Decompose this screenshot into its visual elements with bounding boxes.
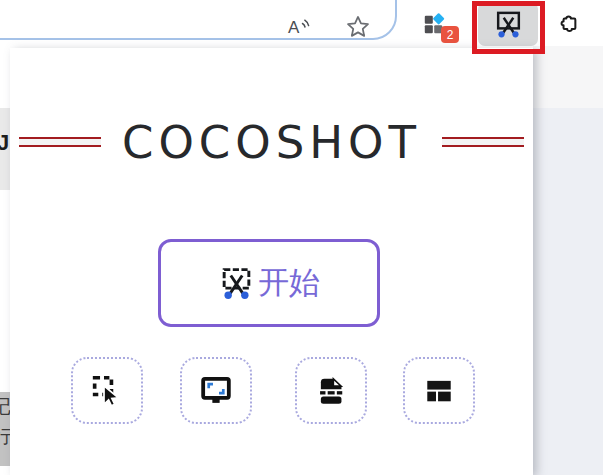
- scrolling-capture-icon: [312, 372, 350, 410]
- clipped-text: 行: [0, 424, 10, 450]
- region-select-cursor-icon: [88, 372, 126, 410]
- region-capture-button[interactable]: [71, 357, 143, 424]
- scrolling-capture-button[interactable]: [295, 357, 367, 424]
- scissors-capture-icon: [493, 9, 524, 40]
- cocoshot-extension-button[interactable]: [478, 2, 538, 46]
- clipped-text: 记: [0, 394, 10, 420]
- clipped-text: JE: [0, 130, 10, 156]
- screen: JE 记 行 A 2: [0, 0, 603, 475]
- visible-screen-capture-button[interactable]: [180, 357, 252, 424]
- background-page-fragment: 记 行: [0, 392, 10, 466]
- puzzle-icon[interactable]: [556, 10, 583, 37]
- favorites-star-icon[interactable]: [344, 13, 372, 41]
- scissors-capture-icon: [218, 265, 255, 302]
- title-decoration-line: [442, 137, 524, 147]
- extensions-badge: 2: [441, 26, 459, 43]
- start-button-label: 开始: [258, 262, 320, 304]
- svg-text:A: A: [288, 18, 300, 37]
- background-page-fragment: JE: [0, 108, 10, 190]
- address-bar[interactable]: [0, 0, 397, 40]
- monitor-capture-icon: [197, 372, 235, 410]
- read-aloud-icon[interactable]: A: [285, 13, 313, 41]
- browser-content-area: [533, 108, 603, 475]
- layout-capture-icon: [420, 372, 458, 410]
- title-decoration-line: [19, 137, 101, 147]
- popup-header: COCOSHOT: [10, 112, 533, 172]
- layout-capture-button[interactable]: [403, 357, 475, 424]
- popup-title: COCOSHOT: [122, 120, 421, 165]
- browser-content-area: [533, 46, 603, 108]
- browser-toolbar: A 2: [0, 0, 603, 46]
- cocoshot-popup: COCOSHOT 开始: [10, 48, 533, 475]
- start-capture-button[interactable]: 开始: [158, 239, 380, 327]
